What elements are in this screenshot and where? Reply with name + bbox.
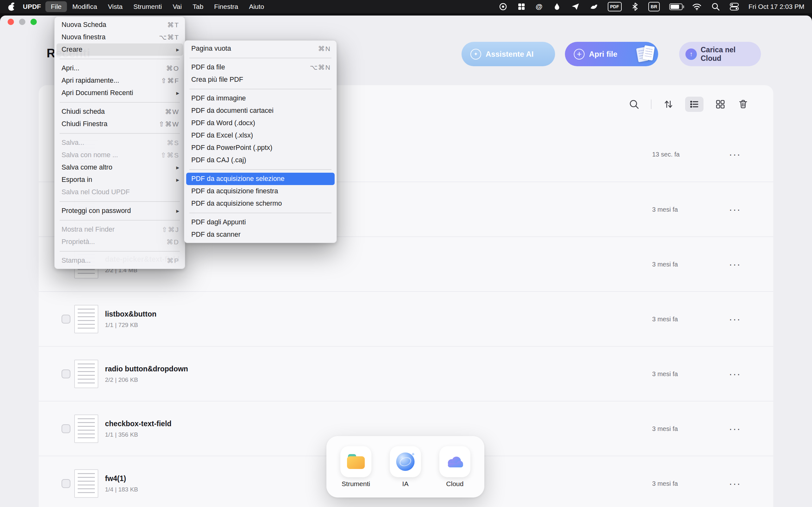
menu-item-pdf-da-documenti-cartacei[interactable]: PDF da documenti cartacei bbox=[186, 105, 335, 117]
menu-item-pdf-dagli-appunti[interactable]: PDF dagli Appunti bbox=[186, 216, 335, 228]
menubar-menu-finestra[interactable]: Finestra bbox=[209, 1, 244, 12]
file-time: 3 mesi fa bbox=[652, 315, 678, 323]
menu-item-pdf-da-word-docx[interactable]: PDF da Word (.docx) bbox=[186, 117, 335, 129]
bluetooth-icon[interactable] bbox=[631, 2, 639, 11]
menu-shortcut: ⌘T bbox=[167, 21, 179, 29]
menubar-menu-file[interactable]: File bbox=[45, 1, 67, 12]
menu-item-label: Proteggi con password bbox=[61, 207, 168, 215]
row-more-button[interactable]: ··· bbox=[722, 477, 748, 489]
carica-cloud-button[interactable]: ↑ Carica nel Cloud bbox=[679, 42, 761, 66]
row-more-button[interactable]: ··· bbox=[722, 313, 748, 325]
menu-item-apri-rapidamente[interactable]: Apri rapidamente...⇧⌘F bbox=[56, 74, 183, 87]
menu-item-crea-pi-file-pdf[interactable]: Crea più file PDF bbox=[186, 73, 335, 86]
row-checkbox[interactable] bbox=[61, 479, 70, 488]
search-icon[interactable] bbox=[628, 98, 640, 110]
menubar-app-name[interactable]: UPDF bbox=[18, 1, 45, 12]
menu-item-salva-come-altro[interactable]: Salva come altro▸ bbox=[56, 161, 183, 174]
row-more-button[interactable]: ··· bbox=[722, 258, 748, 270]
zoom-button[interactable] bbox=[31, 19, 37, 25]
apple-menu-icon[interactable] bbox=[8, 2, 15, 11]
menu-item-propriet: Proprietà...⌘D bbox=[56, 236, 183, 248]
menu-item-nuova-finestra[interactable]: Nuova finestra⌥⌘T bbox=[56, 31, 183, 43]
menu-item-salva: Salva...⌘S bbox=[56, 136, 183, 149]
screen-record-icon[interactable] bbox=[499, 2, 507, 11]
file-time: 3 mesi fa bbox=[652, 261, 678, 268]
menu-item-esporta-in[interactable]: Esporta in▸ bbox=[56, 174, 183, 186]
sort-icon[interactable] bbox=[662, 98, 674, 110]
menu-item-pdf-da-acquisizione-selezione[interactable]: PDF da acquisizione selezione bbox=[186, 173, 335, 185]
window-grid-icon[interactable] bbox=[517, 2, 526, 11]
menubar-menu-vai[interactable]: Vai bbox=[167, 1, 187, 12]
menu-item-label: Apri... bbox=[61, 64, 159, 72]
menubar-menu-modifica[interactable]: Modifica bbox=[67, 1, 102, 12]
menu-item-label: PDF da scanner bbox=[191, 231, 331, 239]
chevron-right-icon: ▸ bbox=[176, 176, 179, 183]
menu-item-pdf-da-acquisizione-schermo[interactable]: PDF da acquisizione schermo bbox=[186, 198, 335, 210]
grid-view-button[interactable] bbox=[714, 98, 726, 110]
menu-item-label: Salva nel Cloud UPDF bbox=[61, 188, 179, 196]
battery-icon[interactable] bbox=[669, 2, 682, 11]
menu-item-pdf-da-file[interactable]: PDF da file⌥⌘N bbox=[186, 61, 335, 73]
pdf-app-icon[interactable]: PDF bbox=[608, 2, 622, 11]
menubar-menus: FileModificaVistaStrumentiVaiTabFinestra… bbox=[45, 1, 270, 12]
bird-icon[interactable] bbox=[589, 2, 598, 11]
menu-item-label: Chiudi scheda bbox=[61, 108, 157, 116]
menu-item-label: Salva... bbox=[61, 139, 159, 147]
row-more-button[interactable]: ··· bbox=[722, 148, 748, 160]
tools-icon bbox=[347, 454, 365, 469]
menu-item-nuova-scheda[interactable]: Nuova Scheda⌘T bbox=[56, 19, 183, 31]
menu-item-proteggi-con-password[interactable]: Proteggi con password▸ bbox=[56, 205, 183, 217]
wifi-icon[interactable] bbox=[692, 2, 702, 11]
row-checkbox[interactable] bbox=[61, 424, 70, 433]
at-sign-icon[interactable]: @ bbox=[536, 2, 543, 11]
menu-item-label: PDF da Excel (.xlsx) bbox=[191, 131, 331, 139]
minimize-button[interactable] bbox=[19, 19, 26, 25]
menu-item-apri[interactable]: Apri...⌘O bbox=[56, 62, 183, 74]
row-more-button[interactable]: ··· bbox=[722, 204, 748, 215]
flame-icon[interactable] bbox=[553, 2, 561, 11]
close-button[interactable] bbox=[8, 19, 14, 25]
menu-shortcut: ⌥⌘T bbox=[159, 34, 179, 41]
menu-item-pdf-da-scanner[interactable]: PDF da scanner bbox=[186, 228, 335, 241]
dock-item-ia[interactable]: IA bbox=[390, 446, 421, 488]
menu-item-pagina-vuota[interactable]: Pagina vuota⌘N bbox=[186, 43, 335, 55]
file-time: 3 mesi fa bbox=[652, 425, 678, 432]
trash-icon[interactable] bbox=[737, 98, 749, 110]
traffic-lights bbox=[8, 19, 37, 25]
menu-item-pdf-da-excel-xlsx[interactable]: PDF da Excel (.xlsx) bbox=[186, 129, 335, 142]
menu-item-pdf-da-acquisizione-finestra[interactable]: PDF da acquisizione finestra bbox=[186, 185, 335, 198]
menu-shortcut: ⇧⌘J bbox=[162, 226, 179, 233]
menubar-menu-tab[interactable]: Tab bbox=[187, 1, 209, 12]
row-checkbox[interactable] bbox=[61, 315, 70, 324]
menu-item-apri-documenti-recenti[interactable]: Apri Documenti Recenti▸ bbox=[56, 87, 183, 99]
keyboard-layout-badge[interactable]: BR bbox=[648, 2, 660, 11]
menu-item-pdf-da-caj-caj[interactable]: PDF da CAJ (.caj) bbox=[186, 154, 335, 166]
file-name: fw4(1) bbox=[105, 474, 138, 483]
spotlight-icon[interactable] bbox=[711, 2, 720, 11]
menu-item-pdf-da-immagine[interactable]: PDF da immagine bbox=[186, 92, 335, 105]
menu-item-pdf-da-powerpoint-pptx[interactable]: PDF da PowerPoint (.pptx) bbox=[186, 142, 335, 154]
apri-file-button[interactable]: + Apri file bbox=[565, 42, 658, 66]
apple-leaf bbox=[11, 2, 14, 6]
dock-item-cloud[interactable]: Cloud bbox=[439, 446, 470, 488]
menu-item-chiudi-scheda[interactable]: Chiudi scheda⌘W bbox=[56, 106, 183, 118]
list-view-button[interactable] bbox=[685, 97, 704, 112]
menu-separator bbox=[60, 201, 180, 202]
row-more-button[interactable]: ··· bbox=[722, 368, 748, 380]
row-checkbox[interactable] bbox=[61, 370, 70, 378]
file-row[interactable]: listbox&button 1/1 | 729 KB 3 mesi fa ··… bbox=[39, 291, 773, 346]
menu-item-creare[interactable]: Creare▸ bbox=[56, 43, 183, 56]
menubar-menu-aiuto[interactable]: Aiuto bbox=[244, 1, 270, 12]
control-center-icon[interactable] bbox=[729, 2, 739, 11]
menubar-menu-strumenti[interactable]: Strumenti bbox=[128, 1, 167, 12]
menu-item-chiudi-finestra[interactable]: Chiudi Finestra⇧⌘W bbox=[56, 118, 183, 130]
ai-icon bbox=[396, 452, 415, 471]
menubar-menu-vista[interactable]: Vista bbox=[102, 1, 128, 12]
dock-item-strumenti[interactable]: Strumenti bbox=[340, 446, 371, 488]
file-row[interactable]: radio button&dropdown 2/2 | 206 KB 3 mes… bbox=[39, 346, 773, 401]
menu-separator bbox=[60, 133, 180, 134]
assistente-ai-button[interactable]: ✦ Assistente AI bbox=[461, 42, 555, 66]
menubar-clock[interactable]: Fri Oct 17 2:03 PM bbox=[749, 2, 804, 11]
paper-plane-icon[interactable] bbox=[571, 2, 580, 11]
row-more-button[interactable]: ··· bbox=[722, 423, 748, 435]
